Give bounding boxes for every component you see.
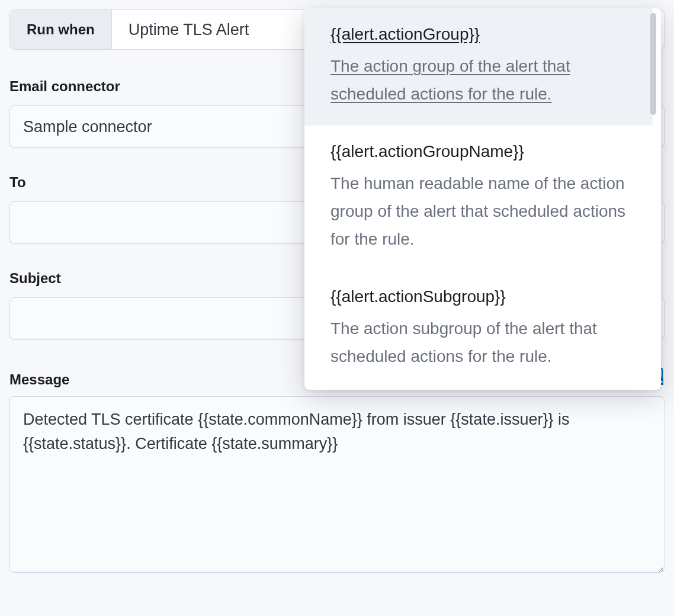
variable-suggestion-item[interactable]: {{alert.actionGroup}} The action group o… bbox=[304, 8, 653, 126]
variable-description: The action subgroup of the alert that sc… bbox=[330, 315, 631, 370]
variable-suggestion-item[interactable]: {{alert.actionGroupName}} The human read… bbox=[304, 126, 653, 271]
popover-arrow bbox=[578, 389, 597, 390]
variable-name: {{alert.actionGroupName}} bbox=[330, 142, 631, 161]
message-textarea[interactable] bbox=[9, 396, 665, 573]
variable-description: The human readable name of the action gr… bbox=[330, 169, 631, 253]
email-connector-value: Sample connector bbox=[23, 118, 152, 136]
variable-suggestions-popover: {{alert.actionGroup}} The action group o… bbox=[304, 8, 661, 390]
run-when-label: Run when bbox=[10, 10, 112, 49]
variable-description: The action group of the alert that sched… bbox=[330, 52, 631, 108]
popover-scrollbar[interactable] bbox=[650, 13, 656, 115]
variable-name: {{alert.actionGroup}} bbox=[330, 25, 631, 44]
message-label: Message bbox=[9, 371, 69, 388]
variable-suggestion-item[interactable]: {{alert.actionSubgroup}} The action subg… bbox=[304, 271, 653, 388]
variable-name: {{alert.actionSubgroup}} bbox=[330, 287, 631, 306]
